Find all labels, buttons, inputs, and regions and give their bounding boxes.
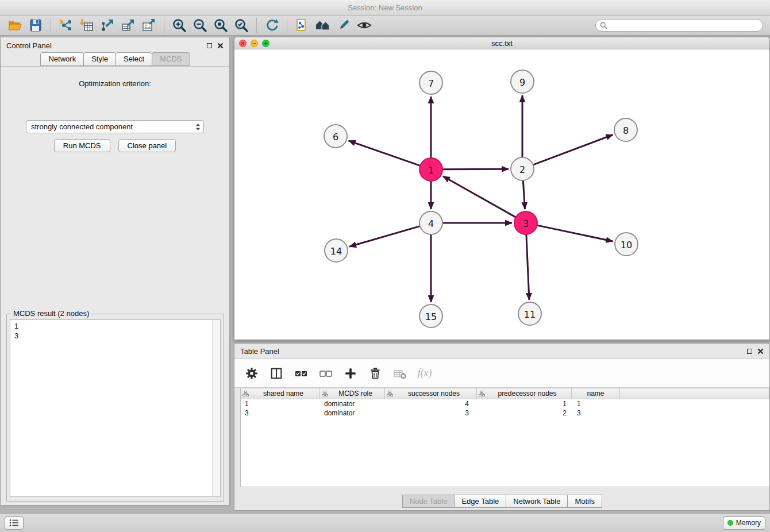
search-input[interactable]	[610, 20, 763, 30]
first-neighbors-button[interactable]	[292, 17, 313, 34]
control-panel-header: Control Panel	[1, 37, 229, 53]
close-window-button[interactable]	[239, 40, 247, 47]
open-session-button[interactable]	[5, 17, 25, 34]
show-columns-button[interactable]	[268, 365, 285, 382]
search-box[interactable]	[595, 19, 763, 32]
table-row[interactable]: 1 dominator 4 1 1	[241, 399, 769, 408]
graph-edge-1-6[interactable]	[349, 141, 420, 165]
column-header-predecessor-nodes[interactable]: predecessor nodes	[477, 388, 572, 399]
graph-edge-4-14[interactable]	[349, 226, 420, 247]
close-table-panel-icon[interactable]	[757, 348, 764, 354]
delete-table-button[interactable]	[391, 365, 409, 382]
zoom-in-icon	[172, 18, 187, 33]
table-panel-header: Table Panel	[234, 344, 769, 358]
tab-motifs[interactable]: Motifs	[567, 495, 602, 508]
graph-node-label: 7	[428, 78, 434, 89]
toolbar-separator	[164, 18, 164, 33]
graph-edge-3-11[interactable]	[526, 234, 529, 300]
optimization-criterion-select[interactable]: strongly connected component	[26, 120, 204, 133]
graph-node-label: 6	[333, 132, 338, 142]
cell-predecessor-nodes[interactable]: 2	[477, 408, 572, 418]
cell-successor-nodes[interactable]: 3	[385, 408, 477, 418]
float-table-panel-button[interactable]	[747, 349, 752, 354]
show-graphics-button[interactable]	[354, 17, 375, 34]
graph-edge-3-1[interactable]	[443, 176, 516, 217]
import-table-button[interactable]	[76, 17, 97, 34]
create-column-button[interactable]	[342, 365, 359, 382]
control-panel-title: Control Panel	[6, 41, 52, 50]
cell-shared-name[interactable]: 3	[241, 408, 320, 418]
tab-style[interactable]: Style	[83, 52, 116, 66]
desktop: Control Panel Network Style Select MCDS …	[0, 36, 770, 513]
export-table-button[interactable]	[118, 17, 138, 34]
tab-select[interactable]: Select	[116, 52, 152, 66]
cell-filler	[620, 408, 769, 418]
cell-shared-name[interactable]: 1	[241, 399, 320, 408]
delete-column-button[interactable]	[367, 365, 384, 382]
function-builder-button[interactable]: f(x)	[416, 365, 433, 382]
first-neighbors-icon	[295, 18, 310, 33]
paint-brush-icon	[336, 18, 351, 33]
save-session-button[interactable]	[25, 17, 46, 34]
table-settings-button[interactable]	[243, 365, 260, 382]
cell-predecessor-nodes[interactable]: 1	[477, 399, 572, 408]
import-network-button[interactable]	[56, 17, 76, 34]
export-image-button[interactable]	[138, 17, 159, 34]
zoom-fit-button[interactable]	[210, 17, 231, 34]
search-icon	[600, 22, 607, 29]
graph-edge-1-2[interactable]	[442, 169, 509, 169]
toolbar-separator	[256, 18, 257, 33]
cell-name[interactable]: 3	[572, 408, 620, 418]
tab-mcds[interactable]: MCDS	[152, 52, 190, 66]
memory-button[interactable]: Memory	[723, 516, 765, 530]
column-header-mcds-role[interactable]: MCDS role	[320, 388, 385, 399]
zoom-window-button[interactable]	[262, 40, 270, 47]
column-header-successor-nodes[interactable]: successor nodes	[385, 388, 477, 399]
column-header-shared-name[interactable]: shared name	[241, 388, 320, 399]
export-network-button[interactable]	[97, 17, 118, 34]
cell-mcds-role[interactable]: dominator	[320, 399, 385, 408]
column-header-name[interactable]: name	[572, 388, 620, 399]
network-view[interactable]: 7968124314101511	[234, 49, 769, 340]
zoom-in-button[interactable]	[169, 17, 190, 34]
home-button[interactable]	[313, 17, 333, 34]
table-row[interactable]: 3 dominator 3 2 3	[241, 408, 769, 418]
unchecked-boxes-icon	[318, 366, 333, 381]
cell-mcds-role[interactable]: dominator	[320, 408, 385, 418]
zoom-selected-button[interactable]	[231, 17, 252, 34]
tab-network-table[interactable]: Network Table	[506, 495, 568, 508]
close-panel-icon[interactable]	[217, 43, 224, 49]
zoom-selected-icon	[234, 18, 249, 33]
close-panel-button[interactable]: Close panel	[118, 139, 176, 152]
cell-name[interactable]: 1	[572, 399, 620, 408]
network-window-titlebar[interactable]: scc.txt	[234, 37, 769, 49]
tab-network[interactable]: Network	[40, 52, 84, 66]
graph-node-label: 10	[621, 240, 632, 250]
minimize-window-button[interactable]	[251, 40, 258, 47]
graph-node-label: 15	[425, 311, 437, 322]
tab-edge-table[interactable]: Edge Table	[454, 495, 506, 508]
deselect-all-columns-button[interactable]	[317, 365, 334, 382]
network-canvas[interactable]: 7968124314101511	[234, 49, 769, 340]
style-button[interactable]	[333, 17, 354, 34]
graph-edge-3-10[interactable]	[537, 225, 613, 241]
delete-table-icon	[392, 366, 407, 381]
run-mcds-button[interactable]: Run MCDS	[54, 139, 110, 152]
result-scrollbar[interactable]	[212, 320, 220, 496]
list-icon	[9, 519, 19, 527]
checked-boxes-icon	[294, 366, 309, 381]
refresh-layout-button[interactable]	[261, 17, 282, 34]
mcds-result-area[interactable]: 1 3	[10, 319, 221, 497]
cell-successor-nodes[interactable]: 4	[385, 399, 477, 408]
zoom-out-button[interactable]	[190, 17, 210, 34]
columns-icon	[270, 367, 283, 380]
select-all-columns-button[interactable]	[292, 365, 310, 382]
tab-node-table[interactable]: Node Table	[402, 495, 455, 508]
graph-edge-2-8[interactable]	[533, 134, 613, 164]
float-panel-button[interactable]	[207, 43, 212, 48]
graph-edge-2-3[interactable]	[523, 180, 525, 209]
sort-icon	[322, 391, 328, 396]
node-table: shared name MCDS role	[240, 388, 769, 487]
column-header-filler	[620, 388, 769, 399]
show-panels-button[interactable]	[5, 516, 24, 530]
